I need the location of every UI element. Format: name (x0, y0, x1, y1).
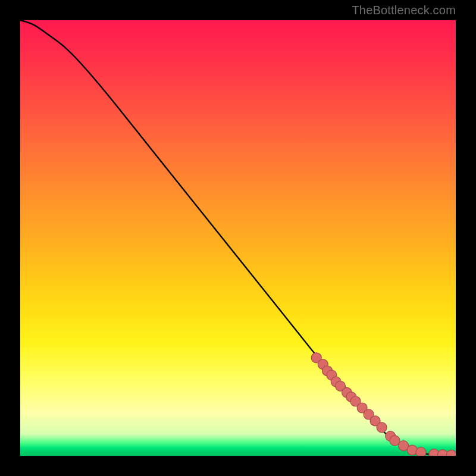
bottleneck-curve (20, 20, 456, 455)
plot-area (20, 20, 456, 456)
data-point (446, 450, 456, 456)
data-point (377, 422, 387, 433)
data-point (390, 436, 400, 446)
data-points (311, 353, 456, 456)
chart-overlay (20, 20, 456, 456)
attribution-label: TheBottleneck.com (352, 4, 456, 17)
data-point (416, 447, 426, 456)
chart-frame: TheBottleneck.com (0, 0, 476, 476)
